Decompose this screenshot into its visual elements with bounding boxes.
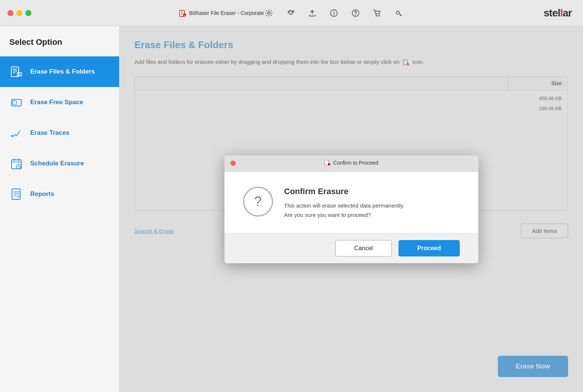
sidebar-item-erase-files[interactable]: Erase Files & Folders [0, 56, 119, 87]
dialog-overlay: Confirm to Proceed ? Confirm Erasure Thi… [120, 26, 583, 392]
dialog-body: ? Confirm Erasure This action will erase… [224, 172, 478, 233]
sidebar-title: Select Option [0, 34, 119, 56]
dialog-title: Confirm to Proceed [239, 160, 463, 167]
dialog-text: Confirm Erasure This action will erase s… [284, 187, 460, 218]
window-controls [7, 10, 31, 16]
sidebar-item-erase-traces[interactable]: Erase Traces [0, 118, 119, 148]
svg-rect-21 [13, 101, 16, 105]
refresh-icon[interactable] [285, 8, 296, 18]
sidebar-item-erase-traces-label: Erase Traces [30, 129, 69, 137]
upload-icon[interactable] [307, 8, 317, 18]
svg-point-38 [328, 163, 330, 165]
svg-point-11 [396, 11, 399, 14]
dialog-question-icon: ? [243, 187, 273, 217]
dialog-close-button[interactable] [230, 161, 236, 166]
window-title: E BitRaser File Eraser - Corporate [179, 9, 264, 17]
svg-point-9 [376, 15, 377, 16]
confirm-dialog: Confirm to Proceed ? Confirm Erasure Thi… [224, 155, 478, 263]
sidebar-item-erase-free-space-label: Erase Free Space [30, 99, 83, 106]
dialog-title-icon [324, 160, 330, 166]
schedule-erasure-icon [9, 156, 24, 171]
svg-point-10 [379, 15, 380, 16]
erase-traces-icon [9, 126, 24, 140]
cancel-button[interactable]: Cancel [335, 240, 392, 256]
content-area: Erase Files & Folders Add files and fold… [120, 26, 583, 392]
info-icon[interactable] [329, 8, 339, 18]
sidebar-item-schedule-erasure-label: Schedule Erasure [30, 160, 84, 167]
sidebar-item-erase-files-label: Erase Files & Folders [30, 68, 95, 75]
app-title: BitRaser File Eraser - Corporate [189, 10, 264, 16]
reports-icon [9, 187, 24, 201]
svg-point-6 [268, 12, 270, 14]
erase-free-space-icon [9, 95, 24, 109]
svg-text:E: E [184, 14, 185, 16]
sidebar-item-erase-free-space[interactable]: Erase Free Space [0, 87, 119, 118]
svg-rect-12 [11, 67, 19, 77]
maximize-dot[interactable] [25, 10, 31, 16]
main-layout: Select Option Erase Files & Folders [0, 26, 583, 392]
toolbar [264, 8, 404, 18]
app-icon: E [179, 9, 186, 17]
sidebar-item-reports[interactable]: Reports [0, 179, 119, 209]
svg-line-29 [19, 167, 20, 167]
help-icon[interactable] [350, 8, 361, 18]
dialog-footer: Cancel Proceed [224, 233, 478, 263]
sidebar-item-schedule-erasure[interactable]: Schedule Erasure [0, 148, 119, 179]
dialog-message1: This action will erase selected data per… [284, 202, 460, 209]
svg-rect-30 [12, 189, 20, 199]
minimize-dot[interactable] [16, 10, 22, 16]
proceed-button[interactable]: Proceed [399, 240, 459, 256]
erase-files-icon [9, 65, 24, 79]
stellar-logo: stellar [544, 7, 572, 19]
sidebar: Select Option Erase Files & Folders [0, 26, 120, 392]
dialog-titlebar: Confirm to Proceed [224, 155, 478, 172]
dialog-heading: Confirm Erasure [284, 187, 460, 196]
titlebar: E BitRaser File Eraser - Corporate [0, 0, 583, 26]
cart-icon[interactable] [372, 8, 382, 18]
key-icon[interactable] [394, 8, 404, 18]
settings-icon[interactable] [264, 8, 274, 18]
close-dot[interactable] [7, 10, 13, 16]
dialog-message2: Are you sure you want to proceed? [284, 212, 460, 218]
sidebar-item-reports-label: Reports [30, 190, 54, 198]
